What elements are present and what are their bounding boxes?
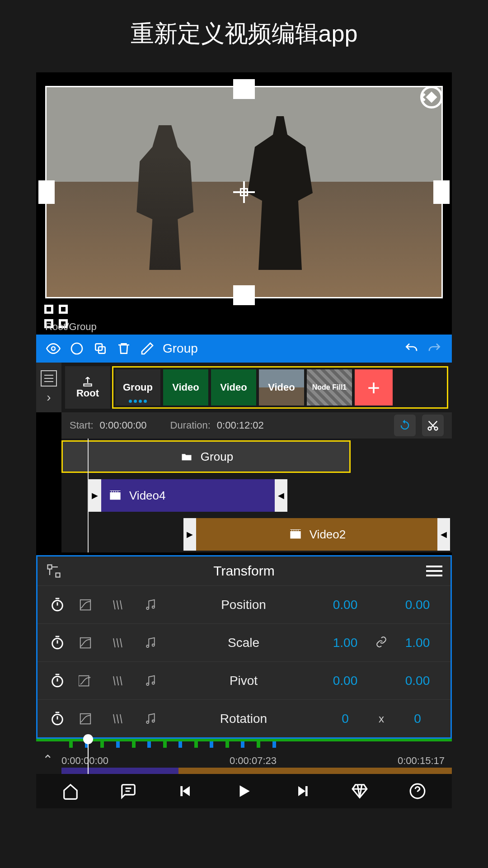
link-icon[interactable] [370,636,393,650]
music-icon[interactable] [134,712,167,726]
ruler-times: 0:00:00:00 0:00:07:23 0:00:15:17 [61,755,445,767]
wiggle-icon[interactable] [102,636,134,650]
chevron-right-icon[interactable]: › [47,390,51,405]
clip-video2[interactable]: ▶ Video2 ◀ [183,518,450,551]
collapse-icon[interactable]: ⌃ [42,752,53,767]
help-icon[interactable] [404,778,431,805]
visibility-icon[interactable] [43,339,63,359]
duration-label: Duration: [170,420,211,431]
scale-x-value[interactable]: 1.00 [320,636,370,650]
svg-point-26 [52,714,63,725]
clip-handle-right[interactable]: ◀ [437,518,450,551]
clip-handle-left[interactable]: ▶ [183,518,196,551]
stopwatch-icon[interactable] [46,711,69,726]
root-node[interactable]: Root [65,366,110,409]
toolbar: Group [36,335,452,363]
clip-video4-label: Video4 [129,489,166,503]
svg-point-17 [152,606,155,608]
preview-area[interactable]: Root/Group [36,72,452,335]
resize-handle-right[interactable] [433,180,450,204]
scale-y-value[interactable]: 1.00 [393,636,442,650]
pivot-y-value[interactable]: 0.00 [393,674,442,688]
play-icon[interactable] [230,778,258,805]
curve-icon[interactable] [69,598,102,612]
pivot-crosshair-icon[interactable] [233,181,255,203]
wiggle-icon[interactable] [102,674,134,688]
stopwatch-icon[interactable] [46,673,69,689]
stopwatch-icon[interactable] [46,597,69,613]
copy-icon[interactable] [90,339,110,359]
add-node-button[interactable]: + [355,369,393,406]
step-forward-icon[interactable] [288,778,315,805]
toolbar-group-label: Group [163,341,198,356]
diamond-icon[interactable] [346,778,373,805]
svg-point-2 [52,347,55,350]
video-icon [108,489,123,502]
transform-header: Transform [38,557,450,585]
position-x-value[interactable]: 0.00 [320,598,370,612]
rotation-turns-value[interactable]: 0 [320,712,370,726]
breadcrumb: Root/Group [45,321,97,333]
redo-icon[interactable] [425,339,445,359]
clip-handle-right[interactable]: ◀ [275,479,287,512]
transform-row-position: Position 0.00 0.00 [38,585,450,623]
transform-panel: Transform Position 0.00 0.00 Scale 1.00 … [36,555,452,739]
undo-icon[interactable] [401,339,421,359]
music-icon[interactable] [134,674,167,688]
reset-icon[interactable] [394,415,416,436]
wiggle-icon[interactable] [102,712,134,726]
home-icon[interactable] [57,778,84,805]
time-ruler[interactable]: ⌃ 0:00:00:00 0:00:07:23 0:00:15:17 [36,739,452,774]
position-y-value[interactable]: 0.00 [393,598,442,612]
node-video-2[interactable]: Video [211,369,256,406]
cut-icon[interactable] [422,415,444,436]
delete-icon[interactable] [114,339,134,359]
stopwatch-icon[interactable] [46,635,69,651]
preview-canvas[interactable] [45,86,443,298]
resize-handle-top[interactable] [233,79,255,99]
rotate-handle-icon[interactable] [418,84,445,111]
ruler-playhead[interactable] [88,739,89,774]
duration-value[interactable]: 0:00:12:02 [217,420,264,431]
node-video-1[interactable]: Video [163,369,208,406]
circle-icon[interactable] [67,339,87,359]
svg-point-7 [435,427,438,430]
curve-icon[interactable] [69,712,102,726]
comment-icon[interactable] [115,778,142,805]
node-group-label: Group [123,382,153,393]
pivot-x-value[interactable]: 0.00 [320,674,370,688]
node-video-3[interactable]: Video [259,369,304,406]
svg-point-18 [52,638,63,649]
timeline[interactable]: Group ▶ Video4 ◀ ▶ Video2 ◀ [61,439,452,552]
node-label: Video [220,382,247,393]
resize-handle-bottom[interactable] [233,285,255,305]
ruler-track [61,768,452,774]
music-icon[interactable] [134,636,167,650]
start-value[interactable]: 0:00:00:00 [100,420,147,431]
rotation-sep: x [370,712,393,725]
svg-rect-13 [56,573,60,577]
curve-icon[interactable] [69,636,102,650]
playhead[interactable] [88,439,89,552]
node-fill[interactable]: Node Fill1 [307,369,352,406]
resize-handle-left[interactable] [38,180,55,204]
rotation-deg-value[interactable]: 0 [393,712,442,726]
edit-icon[interactable] [137,339,157,359]
clip-video2-label: Video2 [310,528,346,542]
step-back-icon[interactable] [173,778,200,805]
wiggle-icon[interactable] [102,598,134,612]
transform-title: Transform [62,563,426,579]
list-icon[interactable] [41,370,57,387]
nodes-scroll[interactable]: Group Video Video Video Node Fill1 + [112,366,448,409]
transform-node-icon[interactable] [46,563,62,579]
curve-icon[interactable] [69,674,102,688]
clip-handle-left[interactable]: ▶ [89,479,101,512]
node-group[interactable]: Group [115,369,160,406]
music-icon[interactable] [134,598,167,612]
menu-icon[interactable] [426,566,442,576]
clip-video4[interactable]: ▶ Video4 ◀ [89,479,287,512]
figure-right [244,116,316,270]
side-tabs[interactable]: › [36,363,61,412]
clip-group[interactable]: Group [61,440,351,473]
svg-point-22 [52,676,63,687]
